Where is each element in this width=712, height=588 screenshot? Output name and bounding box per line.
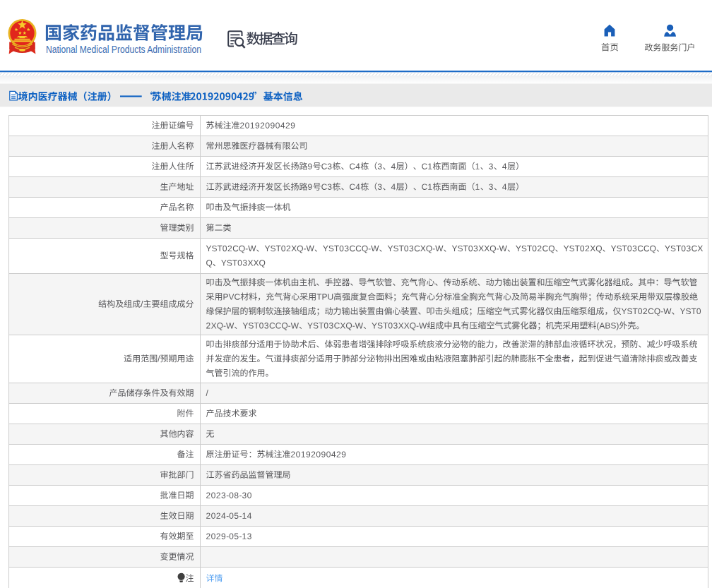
svg-text:National Medical Products Admi: National Medical Products Administration [46,44,201,55]
